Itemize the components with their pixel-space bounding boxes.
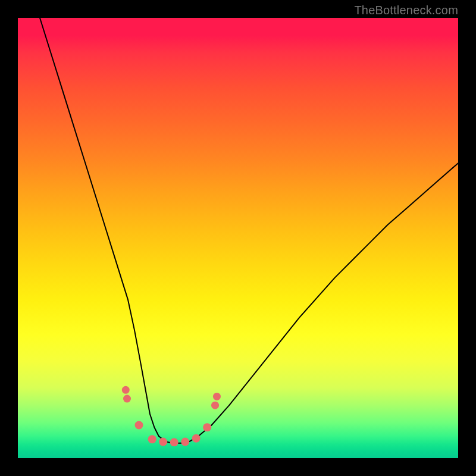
marker-bottom-2 <box>159 438 167 446</box>
plot-area <box>18 18 458 458</box>
marker-left-lower <box>135 421 143 430</box>
marker-left-upper-1 <box>122 386 130 394</box>
marker-right-upper-2 <box>213 393 221 400</box>
curve-svg <box>18 18 458 458</box>
curve-group <box>40 18 458 443</box>
marker-group <box>122 386 221 447</box>
marker-bottom-1 <box>148 435 156 443</box>
marker-bottom-4 <box>181 438 189 446</box>
marker-bottom-5 <box>192 434 201 443</box>
marker-left-upper-2 <box>123 395 131 403</box>
marker-right-lower <box>203 423 211 431</box>
chart-container: TheBottleneck.com <box>0 0 476 476</box>
bottleneck-curve <box>40 18 458 443</box>
marker-right-upper-1 <box>211 402 219 409</box>
marker-bottom-3 <box>170 438 178 446</box>
attribution-label: TheBottleneck.com <box>354 4 458 17</box>
